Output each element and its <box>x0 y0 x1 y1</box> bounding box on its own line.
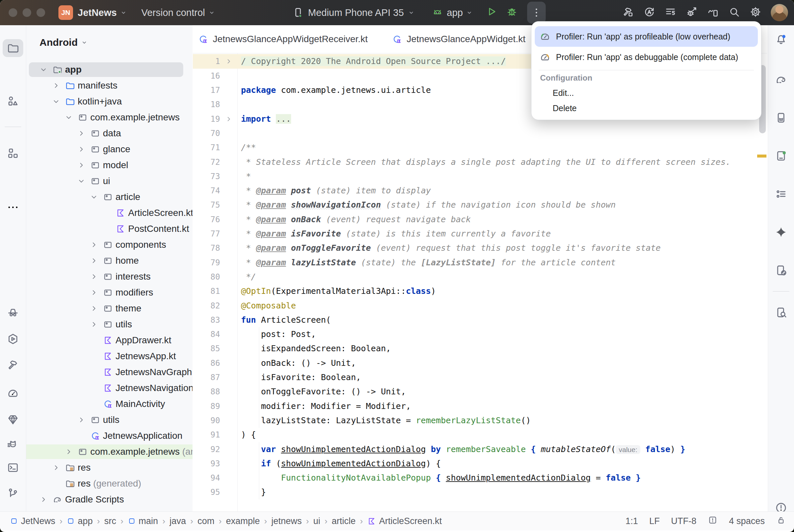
tool-profiler-button[interactable] <box>3 384 23 402</box>
tree-item-appdrawer-kt[interactable]: AppDrawer.kt <box>26 333 192 347</box>
tree-item-utils[interactable]: utils <box>26 413 192 427</box>
breadcrumb-item[interactable]: example <box>226 516 260 526</box>
popup-action-delete[interactable]: Delete <box>553 100 577 116</box>
tool-device-manager-button[interactable] <box>771 109 791 127</box>
change-marker[interactable] <box>757 155 767 157</box>
profiler-sessions-button[interactable] <box>665 6 677 19</box>
status-line-separator[interactable]: LF <box>649 516 660 526</box>
tool-resource-manager-button[interactable] <box>3 92 23 110</box>
tree-item-com-example-jetnews[interactable]: com.example.jetnews <box>26 110 192 125</box>
tree-item-manifests[interactable]: manifests <box>26 78 192 93</box>
editor-tab[interactable]: JetnewsGlanceAppWidget.kt <box>392 25 525 53</box>
tool-gradle-button[interactable] <box>771 71 791 89</box>
tree-item-home[interactable]: home <box>26 253 192 268</box>
tree-item-res[interactable]: res <box>26 460 192 475</box>
tool-terminal-button[interactable] <box>3 459 23 477</box>
tool-device-explorer-button[interactable] <box>771 303 791 321</box>
device-selector[interactable]: Medium Phone API 35 <box>292 0 414 25</box>
tree-item-model[interactable]: model <box>26 158 192 172</box>
tool-run-button[interactable] <box>3 330 23 348</box>
tool-notifications-button[interactable] <box>771 31 791 49</box>
attach-debugger-button[interactable] <box>686 6 698 19</box>
tool-logcat-button[interactable] <box>3 436 23 454</box>
breadcrumb-item[interactable]: app <box>67 516 93 526</box>
tree-item-jetnewsnavgraph-kt[interactable]: JetnewsNavGraph.kt <box>26 365 192 379</box>
status-inspections[interactable] <box>708 515 718 527</box>
tool-gemini-button[interactable] <box>771 223 791 241</box>
tree-item-utils[interactable]: utils <box>26 317 192 332</box>
tree-item-articlescreen-kt[interactable]: ArticleScreen.kt <box>26 206 192 220</box>
fold-chevron-icon[interactable] <box>225 112 233 126</box>
tree-item-postcontent-kt[interactable]: PostContent.kt <box>26 222 192 236</box>
tool-more-tool-windows-button[interactable] <box>3 198 23 216</box>
breadcrumb-item[interactable]: article <box>332 516 355 526</box>
sync-gradle-button[interactable] <box>643 6 655 19</box>
tool-project-button[interactable] <box>3 39 23 57</box>
tree-item-ui[interactable]: ui <box>26 174 192 188</box>
status-indent[interactable]: 4 spaces <box>729 516 765 526</box>
project-menu[interactable]: JetNews <box>78 7 127 18</box>
breadcrumb-item[interactable]: src <box>104 516 116 526</box>
more-run-options-button[interactable] <box>527 2 546 23</box>
tree-item-data[interactable]: data <box>26 126 192 140</box>
vcs-menu[interactable]: Version control <box>142 7 215 18</box>
chev-right-icon <box>39 495 48 504</box>
tree-item-modifiers[interactable]: modifiers <box>26 285 192 300</box>
folder-blue-icon <box>65 96 75 107</box>
avatar[interactable] <box>771 4 788 21</box>
tool-structure-list-button[interactable] <box>771 185 791 203</box>
tree-item-app[interactable]: app <box>26 62 192 77</box>
tool-app-quality-insights-button[interactable] <box>3 411 23 429</box>
breadcrumb-item[interactable]: ui <box>313 516 320 526</box>
run-config-selector[interactable]: app <box>431 7 473 19</box>
tree-item-jetnewsapplication[interactable]: JetnewsApplication <box>26 429 192 443</box>
tool-running-devices-button[interactable] <box>771 147 791 165</box>
tool-app-inspection-button[interactable] <box>3 303 23 321</box>
tool-build-button[interactable] <box>3 356 23 374</box>
tree-item-components[interactable]: components <box>26 238 192 252</box>
minimize-window-button[interactable] <box>22 8 31 17</box>
chev-down-icon <box>90 193 98 201</box>
tree-item-interests[interactable]: interests <box>26 269 192 284</box>
window-controls[interactable] <box>8 8 45 17</box>
tool-device-connections-button[interactable] <box>771 261 791 279</box>
run-button[interactable] <box>485 6 497 20</box>
tree-item-glance[interactable]: glance <box>26 142 192 156</box>
breadcrumb-item[interactable]: com <box>198 516 215 526</box>
editor-tab[interactable]: JetnewsGlanceAppWidgetReceiver.kt <box>198 25 368 53</box>
debug-button[interactable] <box>506 6 518 20</box>
popup-item-profiler-0[interactable]: Profiler: Run 'app' as profileable (low … <box>535 26 758 47</box>
breadcrumb-item[interactable]: main <box>128 516 158 526</box>
settings-button[interactable] <box>750 6 761 19</box>
breadcrumb-item[interactable]: jetnews <box>271 516 302 526</box>
tool-version-control-button[interactable] <box>3 484 23 502</box>
status-readonly-toggle[interactable] <box>776 515 786 527</box>
tree-item-mainactivity[interactable]: MainActivity <box>26 397 192 411</box>
settings-icon <box>750 6 761 18</box>
build-button[interactable] <box>622 6 634 19</box>
tree-item-com-example-jetnews[interactable]: com.example.jetnews (an <box>26 444 192 459</box>
fold-chevron-icon[interactable] <box>225 54 233 69</box>
breadcrumb-item[interactable]: ArticleScreen.kt <box>367 516 442 526</box>
tool-structure-button[interactable] <box>3 144 23 162</box>
tree-item-theme[interactable]: theme <box>26 301 192 316</box>
status-caret-position[interactable]: 1:1 <box>625 516 638 526</box>
breadcrumb-item[interactable]: java <box>170 516 186 526</box>
tree-item-jetnewsapp-kt[interactable]: JetnewsApp.kt <box>26 349 192 363</box>
tree-item-res[interactable]: res (generated) <box>26 476 192 491</box>
popup-item-profiler-1[interactable]: Profiler: Run 'app' as debuggable (compl… <box>535 47 758 67</box>
device-mirroring-button[interactable] <box>707 6 719 19</box>
zoom-window-button[interactable] <box>37 8 45 17</box>
tree-item-gradle-scripts[interactable]: Gradle Scripts <box>26 492 192 507</box>
code-line-87: 87 isFavorite: Boolean, <box>193 370 767 385</box>
search-everywhere-button[interactable] <box>728 6 740 19</box>
status-encoding[interactable]: UTF-8 <box>671 516 697 526</box>
close-window-button[interactable] <box>8 8 17 17</box>
tree-item-kotlin-java[interactable]: kotlin+java <box>26 94 192 109</box>
tree-item-jetnewsnavigation-kt[interactable]: JetnewsNavigation.kt <box>26 381 192 395</box>
breadcrumb-item[interactable]: JetNews <box>10 516 55 526</box>
gradle-icon <box>52 495 62 505</box>
project-view-selector[interactable]: Android <box>39 35 88 50</box>
tree-item-article[interactable]: article <box>26 190 192 204</box>
popup-action-edit[interactable]: Edit... <box>553 85 574 100</box>
